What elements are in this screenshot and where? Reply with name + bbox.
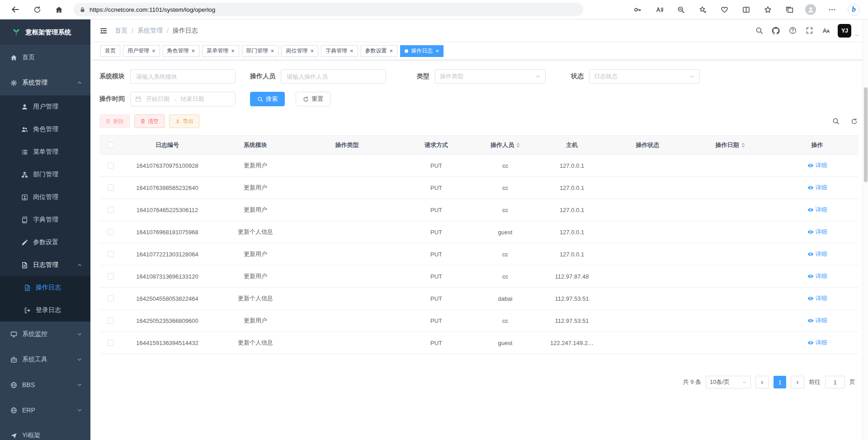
sidebar-item-dept-management[interactable]: 部门管理	[0, 163, 90, 186]
back-icon[interactable]	[8, 2, 23, 17]
tab-home[interactable]: 首页	[100, 45, 120, 57]
row-checkbox[interactable]	[108, 251, 114, 257]
sidebar-item-login-log[interactable]: 登录日志	[0, 299, 90, 322]
row-checkbox[interactable]	[108, 295, 114, 302]
sidebar-item-menu-management[interactable]: 菜单管理	[0, 141, 90, 163]
sort-caret-icon[interactable]	[741, 142, 745, 148]
detail-link[interactable]: 详细	[807, 294, 827, 303]
breadcrumb-home[interactable]: 首页	[115, 27, 127, 35]
breadcrumb-system[interactable]: 系统管理	[137, 27, 163, 35]
table-refresh-icon[interactable]	[849, 116, 859, 126]
zoom-icon[interactable]	[675, 4, 687, 15]
table-search-toggle-icon[interactable]	[831, 116, 841, 126]
github-icon[interactable]	[771, 26, 781, 36]
tab-close-icon[interactable]: ×	[271, 48, 274, 54]
header-search-icon[interactable]	[754, 26, 764, 36]
sidebar-item-home[interactable]: 首页	[0, 45, 90, 70]
collections-icon[interactable]	[783, 4, 795, 15]
detail-link[interactable]: 详细	[807, 339, 827, 347]
delete-button[interactable]: 删除	[99, 114, 130, 128]
read-aloud-icon[interactable]	[653, 4, 665, 15]
tab-close-icon[interactable]: ×	[390, 48, 393, 54]
sidebar-toggle-icon[interactable]	[99, 27, 108, 35]
detail-link[interactable]: 详细	[807, 161, 827, 170]
password-key-icon[interactable]	[632, 4, 643, 15]
split-screen-icon[interactable]	[740, 4, 752, 15]
prev-page-button[interactable]: ‹	[755, 376, 769, 388]
fullscreen-icon[interactable]	[804, 26, 814, 36]
bing-chat-icon[interactable]: b	[848, 4, 860, 16]
tab-user-management[interactable]: 用户管理×	[123, 45, 160, 57]
status-select[interactable]: 日志状态	[589, 69, 700, 84]
tab-role-management[interactable]: 角色管理×	[163, 45, 200, 57]
favorites-icon[interactable]	[762, 4, 774, 15]
detail-link[interactable]: 详细	[807, 250, 827, 258]
user-logo-badge[interactable]: YJ	[838, 24, 851, 38]
detail-link[interactable]: 详细	[807, 206, 827, 214]
sidebar-item-dict-management[interactable]: 字典管理	[0, 208, 90, 231]
browser-home-icon[interactable]	[52, 2, 66, 17]
type-select[interactable]: 操作类型	[435, 69, 546, 84]
tab-dept-management[interactable]: 部门管理×	[242, 45, 279, 57]
sidebar-item-yi-framework[interactable]: Yi框架	[0, 423, 90, 440]
sidebar-item-log-management[interactable]: 日志管理	[0, 254, 90, 276]
sidebar-item-bbs[interactable]: BBS	[0, 372, 90, 397]
current-page-button[interactable]: 1	[774, 376, 786, 388]
browser-essentials-icon[interactable]	[718, 4, 730, 15]
sidebar-item-system-tools[interactable]: 系统工具	[0, 347, 90, 372]
profile-avatar[interactable]	[805, 4, 816, 15]
select-all-checkbox[interactable]	[108, 142, 114, 148]
row-checkbox[interactable]	[108, 317, 114, 324]
column-status: 操作状态	[636, 141, 660, 149]
search-button[interactable]: 搜索	[250, 92, 285, 106]
address-bar[interactable]: https://ccnetcore.com:1101/system/log/op…	[73, 3, 583, 16]
detail-link[interactable]: 详细	[807, 184, 827, 192]
detail-link[interactable]: 详细	[807, 272, 827, 280]
tab-menu-management[interactable]: 菜单管理×	[202, 45, 239, 57]
row-checkbox[interactable]	[108, 207, 114, 213]
tab-close-icon[interactable]: ×	[152, 48, 156, 54]
row-checkbox[interactable]	[108, 162, 114, 169]
sidebar-item-user-management[interactable]: 用户管理	[0, 95, 90, 118]
tab-close-icon[interactable]: ×	[231, 48, 235, 54]
scrollbar-thumb[interactable]	[864, 87, 868, 182]
sidebar-item-system-monitor[interactable]: 系统监控	[0, 322, 90, 347]
tab-param-settings[interactable]: 参数设置×	[361, 45, 398, 57]
sidebar-item-operation-log[interactable]: 操作日志	[0, 276, 90, 299]
reload-icon[interactable]	[30, 2, 44, 17]
sidebar-item-erp[interactable]: ERP	[0, 397, 90, 423]
page-scrollbar[interactable]	[863, 19, 868, 440]
more-options-icon[interactable]	[826, 4, 838, 15]
sidebar-item-post-management[interactable]: 岗位管理	[0, 186, 90, 208]
row-checkbox[interactable]	[108, 185, 114, 191]
sidebar-item-param-settings[interactable]: 参数设置	[0, 231, 90, 254]
row-checkbox[interactable]	[108, 340, 114, 346]
detail-link[interactable]: 详细	[807, 317, 827, 325]
font-size-icon[interactable]	[821, 26, 831, 36]
sidebar-item-role-management[interactable]: 角色管理	[0, 118, 90, 141]
operator-input[interactable]	[281, 69, 386, 84]
sort-caret-icon[interactable]	[516, 142, 520, 148]
row-checkbox[interactable]	[108, 229, 114, 235]
user-menu-caret-icon[interactable]	[854, 33, 859, 38]
row-checkbox[interactable]	[108, 273, 114, 279]
export-button[interactable]: 导出	[169, 114, 199, 128]
add-favorite-icon[interactable]	[697, 4, 708, 15]
date-range-picker[interactable]: 开始日期 - 结束日期	[130, 92, 236, 106]
page-size-select[interactable]: 10条/页	[706, 376, 751, 388]
sidebar-item-system-management[interactable]: 系统管理	[0, 70, 90, 95]
tab-close-icon[interactable]: ×	[310, 48, 314, 54]
tab-dict-management[interactable]: 字典管理×	[321, 45, 358, 57]
tab-close-icon[interactable]: ×	[435, 48, 439, 54]
module-input[interactable]	[130, 69, 236, 84]
goto-page-input[interactable]	[825, 376, 845, 388]
help-icon[interactable]	[788, 26, 797, 36]
reset-button[interactable]: 重置	[296, 92, 330, 106]
tab-operation-log[interactable]: 操作日志×	[400, 45, 443, 57]
tab-close-icon[interactable]: ×	[350, 48, 354, 54]
tab-post-management[interactable]: 岗位管理×	[281, 45, 318, 57]
detail-link[interactable]: 详细	[807, 228, 827, 236]
tab-close-icon[interactable]: ×	[192, 48, 195, 54]
clear-button[interactable]: 清空	[134, 114, 165, 128]
next-page-button[interactable]: ›	[791, 376, 804, 388]
